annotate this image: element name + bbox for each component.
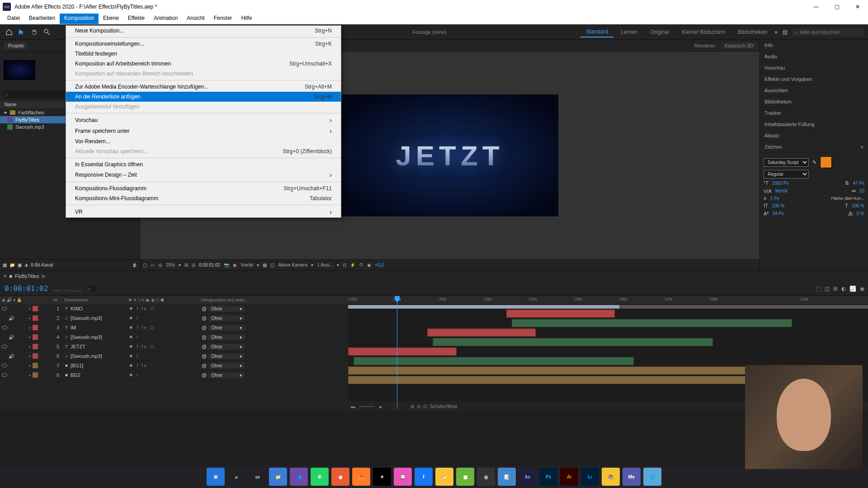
exposure-value[interactable]: +0,0 [375, 263, 384, 267]
ruler-tick[interactable]: 10s [800, 297, 808, 301]
menu-bearbeiten[interactable]: Bearbeiten [24, 14, 60, 24]
task-whatsapp-icon[interactable]: ✆ [311, 468, 329, 486]
maximize-button[interactable]: ▢ [826, 0, 847, 14]
audio-icon[interactable]: 🔊 [9, 335, 14, 340]
camera-dropdown[interactable]: Aktive Kamera [278, 263, 307, 267]
menu-datei[interactable]: Datei [3, 14, 24, 24]
panel-section-inhaltsbasierte-füllung[interactable]: Inhaltsbasierte Füllung [760, 119, 868, 130]
lock-icon[interactable]: ■ [9, 273, 12, 279]
current-timecode[interactable]: 0:00:01:02 [0, 284, 52, 293]
chevron-down-icon[interactable]: ▾ [179, 263, 181, 267]
task-desktops-icon[interactable]: ▭ [248, 468, 266, 486]
menu-item[interactable]: Vor-Rendern... [66, 136, 341, 146]
close-button[interactable]: ✕ [847, 0, 868, 14]
graph-icon[interactable]: 📈 [849, 286, 856, 292]
stroke-value[interactable]: 1 Px [770, 196, 779, 201]
menu-item[interactable]: Zur Adobe Media Encoder-Warteschlange hi… [66, 82, 341, 92]
visibility-icon[interactable] [2, 373, 7, 377]
fill-color-swatch[interactable] [820, 156, 832, 168]
parent-dropdown[interactable]: Ohne▾ [208, 334, 245, 340]
3d-icon[interactable]: ◱ [270, 263, 274, 267]
layer-bar[interactable] [348, 366, 800, 375]
menu-effekte[interactable]: Effekte [123, 14, 149, 24]
layer-row[interactable]: 🔊▸4♪[Swoosh.mp3]✱ /@Ohne▾ [0, 333, 348, 342]
layer-name[interactable]: [Swoosh.mp3] [71, 315, 129, 321]
task-globe-icon[interactable]: 🌐 [643, 468, 661, 486]
views-dropdown[interactable]: 1 Ansi... [317, 263, 333, 267]
ruler-tick[interactable]: 06s [619, 297, 627, 301]
layer-bar[interactable] [427, 328, 536, 337]
layer-color-tag[interactable] [33, 325, 38, 330]
layer-bar[interactable] [506, 310, 615, 318]
task-messenger-icon[interactable]: 💬 [394, 468, 412, 486]
layer-row[interactable]: ▸5TJETZT✱ / fx ⬡@Ohne▾ [0, 342, 348, 352]
res-icon[interactable]: ◎ [158, 263, 162, 267]
panel-section-tracker[interactable]: Tracker [760, 108, 868, 119]
task-ps-icon[interactable]: Ps [539, 468, 557, 486]
draft3d-icon[interactable]: ◫ [825, 286, 830, 292]
layer-name[interactable]: [BG1] [71, 363, 129, 368]
task-app4-icon[interactable]: 📚 [602, 468, 620, 486]
close-timeline-icon[interactable]: × [4, 273, 6, 279]
renderer-dropdown[interactable]: Klassisch 3D [721, 42, 757, 49]
grid-icon[interactable]: ⊞ [184, 263, 188, 267]
layer-name[interactable]: [Swoosh.mp3] [71, 334, 129, 340]
render-icon[interactable]: ◉ [367, 263, 371, 267]
ruler-tick[interactable]: 05s [574, 297, 582, 301]
overflow-icon[interactable]: » [774, 29, 778, 35]
eyedropper-icon[interactable]: ✎ [812, 160, 816, 165]
menu-item[interactable]: Kompositionseinstellungen...Strg+K [66, 39, 341, 49]
workspace-kleiner[interactable]: Kleiner Bildschirm [676, 27, 731, 37]
layer-name[interactable]: [Swoosh.mp3] [71, 353, 129, 359]
pickwhip-icon[interactable]: @ [202, 372, 207, 378]
font-style-dropdown[interactable]: Regular [764, 170, 809, 178]
folder-icon[interactable]: 📁 [9, 263, 15, 267]
menu-komposition[interactable]: Komposition [60, 14, 99, 24]
task-explorer-icon[interactable]: 📁 [269, 468, 287, 486]
timeline-menu-icon[interactable]: ≡ [42, 273, 44, 279]
task-app3-icon[interactable]: ▦ [456, 468, 474, 486]
parent-dropdown[interactable]: Ohne▾ [208, 363, 245, 369]
task-teams-icon[interactable]: 👥 [290, 468, 308, 486]
task-files-icon[interactable]: 📂 [435, 468, 453, 486]
menu-item[interactable]: An die Renderliste anfügenStrg+M [66, 92, 341, 102]
workspace-original[interactable]: Original [645, 27, 675, 37]
menu-item[interactable]: Frame speichern unter [66, 126, 341, 136]
brain-icon[interactable]: ◉ [860, 286, 864, 292]
shy-icon[interactable]: ⬚ [816, 286, 821, 292]
zoom-out-icon[interactable]: ▬ [351, 404, 355, 409]
trash-icon[interactable]: 🗑 [132, 263, 137, 267]
minimize-button[interactable]: — [806, 0, 826, 14]
panel-button[interactable]: ▤ [779, 27, 790, 38]
task-firefox-icon[interactable]: 🦊 [352, 468, 370, 486]
layer-bar[interactable] [354, 357, 634, 365]
menu-item[interactable]: Vorschau [66, 115, 341, 126]
framemix-icon[interactable]: ⊞ [833, 286, 838, 292]
parent-dropdown[interactable]: Ohne▾ [208, 325, 245, 331]
parent-dropdown[interactable]: Ohne▾ [208, 372, 245, 378]
menu-item[interactable]: Neue Komposition...Strg+N [66, 26, 341, 36]
panel-section-absatz[interactable]: Absatz [760, 130, 868, 141]
layer-color-tag[interactable] [33, 315, 38, 321]
bit-depth-button[interactable]: 8-Bit-Kanal [31, 263, 53, 267]
pickwhip-icon[interactable]: @ [202, 363, 207, 368]
transparent-icon[interactable]: ▦ [263, 263, 267, 267]
menu-item[interactable]: Titelbild festlegen [66, 49, 341, 59]
hand-tool-icon[interactable] [29, 27, 40, 38]
layer-bar[interactable] [433, 338, 713, 346]
layer-color-tag[interactable] [33, 363, 38, 368]
leading-value[interactable]: 47 Px [853, 181, 864, 186]
vscale-value[interactable]: 100 % [772, 203, 784, 208]
pickwhip-icon[interactable]: @ [202, 325, 207, 330]
panel-section-vorschau[interactable]: Vorschau [760, 62, 868, 74]
audio-icon[interactable]: 🔊 [9, 354, 14, 359]
tsume-value[interactable]: 0 % [857, 211, 864, 216]
start-button[interactable]: ⊞ [207, 468, 225, 486]
layer-row[interactable]: ▸7■[BG1]✱ / fx@Ohne▾ [0, 361, 348, 371]
font-family-dropdown[interactable]: Saturday Script [764, 158, 809, 167]
pickwhip-icon[interactable]: @ [202, 344, 207, 349]
task-facebook-icon[interactable]: f [415, 468, 433, 486]
panel-section-ausrichten[interactable]: Ausrichten [760, 85, 868, 96]
pixel-icon[interactable]: ⊡ [343, 263, 346, 267]
layer-color-tag[interactable] [33, 306, 38, 311]
